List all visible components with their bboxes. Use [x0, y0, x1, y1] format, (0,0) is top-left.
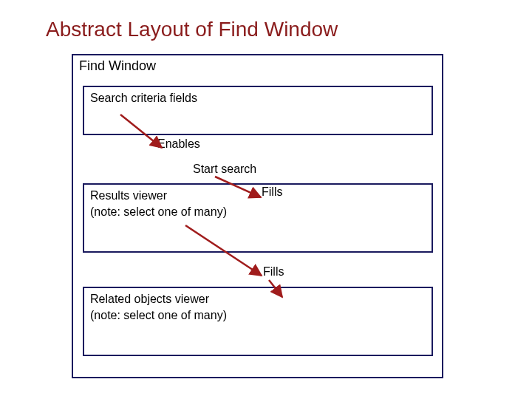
related-objects-line2: (note: select one of many) [90, 309, 227, 321]
results-viewer-line1: Results viewer [90, 189, 167, 202]
related-objects-line1: Related objects viewer [90, 293, 209, 305]
related-objects-label: Related objects viewer (note: select one… [84, 288, 432, 326]
start-search-label: Start search [193, 163, 256, 176]
related-objects-box: Related objects viewer (note: select one… [83, 287, 433, 356]
results-viewer-label: Results viewer (note: select one of many… [84, 185, 432, 222]
search-criteria-box: Search criteria fields [83, 86, 433, 135]
slide: Abstract Layout of Find Window Find Wind… [0, 0, 532, 399]
fills-label-1: Fills [262, 185, 282, 199]
enables-label: Enables [157, 137, 200, 151]
search-criteria-label: Search criteria fields [84, 87, 432, 109]
results-viewer-box: Results viewer (note: select one of many… [83, 183, 433, 253]
results-viewer-line2: (note: select one of many) [90, 205, 227, 218]
find-window-label: Find Window [73, 55, 442, 77]
slide-title: Abstract Layout of Find Window [46, 18, 338, 41]
fills-label-2: Fills [263, 265, 284, 279]
